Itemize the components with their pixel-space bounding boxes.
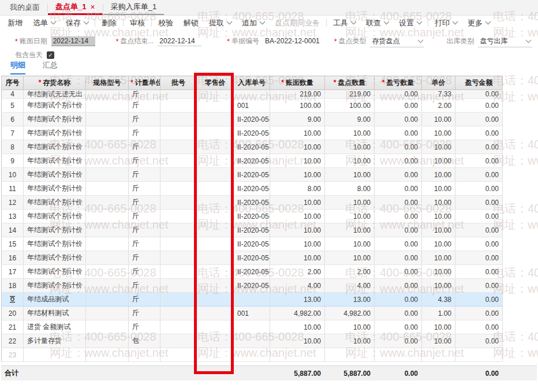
cell-diff-amount[interactable]: 0.00: [455, 320, 503, 334]
cell-inbound-doc-no[interactable]: 001: [234, 307, 270, 320]
cell-unit[interactable]: 斤: [129, 237, 160, 251]
cell-unit-price[interactable]: 10.00: [422, 237, 455, 251]
cell-retail-price[interactable]: [197, 99, 234, 113]
cell-no[interactable]: 9: [2, 154, 24, 168]
cell-diff-qty[interactable]: 0.00: [375, 223, 422, 237]
toolbar-button-9[interactable]: 盘点期间业务: [270, 18, 325, 28]
cell-inventory-name[interactable]: 年结测试个别计价: [24, 279, 86, 293]
table-row[interactable]: 16年结测试个别计价斤II-2020-05-...10.0010.000.001…: [2, 251, 503, 265]
cell-retail-price[interactable]: [197, 223, 234, 237]
cell-spec-model[interactable]: [86, 237, 129, 251]
cell-spec-model[interactable]: [86, 334, 129, 348]
cell-unit-price[interactable]: 1.00: [422, 307, 455, 320]
toolbar-button-11[interactable]: 联查: [361, 18, 394, 28]
cell-unit[interactable]: 斤: [129, 293, 160, 307]
table-row[interactable]: 年结成品测试斤13.0013.000.004.380.00: [2, 293, 503, 307]
toolbar-button-12[interactable]: 设置: [394, 18, 427, 28]
cell-book-qty[interactable]: 10.00: [270, 140, 325, 154]
cell-book-qty[interactable]: 8.00: [270, 182, 325, 196]
cell-spec-model[interactable]: [86, 113, 129, 126]
cell-inbound-doc-no[interactable]: II-2020-05-...: [234, 210, 270, 223]
cell-batch-no[interactable]: [160, 223, 197, 237]
column-header-diff-amount[interactable]: 盈亏金额: [455, 76, 503, 90]
tab-detail[interactable]: 明细: [10, 60, 25, 74]
cell-diff-qty[interactable]: 0.00: [375, 237, 422, 251]
column-header-spec-model[interactable]: 规格型号: [86, 76, 129, 90]
cell-inventory-name[interactable]: 年结测试个别计价: [24, 113, 86, 126]
cell-count-qty[interactable]: 10.00: [325, 223, 375, 237]
cell-unit[interactable]: 斤: [129, 140, 160, 154]
cell-batch-no[interactable]: [160, 168, 197, 182]
column-header-retail-price[interactable]: 零售价: [197, 76, 234, 90]
cell-spec-model[interactable]: [86, 348, 129, 362]
table-row[interactable]: 4年结测试无进无出斤219.00219.000.007.330.00: [2, 90, 503, 99]
cell-spec-model[interactable]: [86, 99, 129, 113]
cell-diff-qty[interactable]: 0.00: [375, 293, 422, 307]
toolbar-button-7[interactable]: 提取: [204, 18, 237, 28]
cell-inbound-doc-no[interactable]: II-2020-05-...: [234, 140, 270, 154]
cell-diff-amount[interactable]: 0.00: [455, 182, 503, 196]
cell-book-qty[interactable]: 10.00: [270, 223, 325, 237]
cell-no[interactable]: 15: [2, 237, 24, 251]
table-row[interactable]: 13年结测试个别计价斤II-2020-05-...10.0010.000.001…: [2, 210, 503, 223]
cell-retail-price[interactable]: [197, 251, 234, 265]
cell-unit-price[interactable]: 10.00: [422, 279, 455, 293]
cell-retail-price[interactable]: [197, 293, 234, 307]
cell-retail-price[interactable]: [197, 210, 234, 223]
cell-batch-no[interactable]: [160, 307, 197, 320]
cell-retail-price[interactable]: [197, 237, 234, 251]
cell-inventory-name[interactable]: 年结测试个别计价: [24, 168, 86, 182]
cell-inbound-doc-no[interactable]: [234, 334, 270, 348]
cell-diff-qty[interactable]: 0.00: [375, 140, 422, 154]
cell-no[interactable]: 20: [2, 307, 24, 320]
cell-diff-qty[interactable]: [375, 348, 422, 362]
cell-retail-price[interactable]: [197, 307, 234, 320]
cell-count-qty[interactable]: 219.00: [325, 90, 375, 99]
toolbar-button-10[interactable]: 工具: [328, 18, 361, 28]
cell-no[interactable]: 21: [2, 320, 24, 334]
cell-inbound-doc-no[interactable]: II-2020-05-...: [234, 196, 270, 210]
cell-unit[interactable]: 斤: [129, 279, 160, 293]
toolbar-button-1[interactable]: 选单: [28, 18, 61, 28]
cell-count-qty[interactable]: 10.00: [325, 196, 375, 210]
cell-unit-price[interactable]: 10.00: [422, 182, 455, 196]
cell-diff-amount[interactable]: [455, 348, 503, 362]
cell-spec-model[interactable]: [86, 320, 129, 334]
cell-batch-no[interactable]: [160, 348, 197, 362]
cell-diff-qty[interactable]: 0.00: [375, 196, 422, 210]
cell-inbound-doc-no[interactable]: II-2020-05-...: [234, 279, 270, 293]
column-header-unit[interactable]: *计量单位: [129, 76, 160, 90]
cell-inventory-name[interactable]: 年结材料测试: [24, 307, 86, 320]
cell-inbound-doc-no[interactable]: II-2020-05-...: [234, 265, 270, 279]
cell-diff-amount[interactable]: 0.00: [455, 113, 503, 126]
cell-diff-amount[interactable]: 0.00: [455, 307, 503, 320]
cell-batch-no[interactable]: [160, 196, 197, 210]
cell-no[interactable]: 4: [2, 90, 24, 99]
cell-unit[interactable]: 斤: [129, 265, 160, 279]
toolbar-button-8[interactable]: 追加: [237, 18, 270, 28]
cell-unit-price[interactable]: 10.00: [422, 251, 455, 265]
cell-diff-amount[interactable]: 0.00: [455, 154, 503, 168]
cell-spec-model[interactable]: [86, 293, 129, 307]
cell-spec-model[interactable]: [86, 210, 129, 223]
column-header-unit-price[interactable]: 单价: [422, 76, 455, 90]
cell-diff-qty[interactable]: 0.00: [375, 126, 422, 140]
cell-inbound-doc-no[interactable]: [234, 320, 270, 334]
cell-diff-amount[interactable]: 0.00: [455, 168, 503, 182]
cell-unit[interactable]: 斤: [129, 99, 160, 113]
cell-book-qty[interactable]: 10.00: [270, 237, 325, 251]
cell-count-qty[interactable]: 10.00: [325, 251, 375, 265]
cell-book-qty[interactable]: 10.00: [270, 334, 325, 348]
cell-batch-no[interactable]: [160, 279, 197, 293]
cell-book-qty[interactable]: [270, 348, 325, 362]
cell-diff-amount[interactable]: 0.00: [455, 140, 503, 154]
cell-spec-model[interactable]: [86, 307, 129, 320]
table-row[interactable]: 18年结测试个别计价斤II-2020-05-...4.004.000.0010.…: [2, 279, 503, 293]
cell-batch-no[interactable]: [160, 210, 197, 223]
column-header-inbound-doc-no[interactable]: 入库单号: [234, 76, 270, 90]
cell-inventory-name[interactable]: 年结测试个别计价: [24, 223, 86, 237]
cell-batch-no[interactable]: [160, 320, 197, 334]
cell-unit[interactable]: 斤: [129, 154, 160, 168]
cell-diff-qty[interactable]: 0.00: [375, 320, 422, 334]
cell-unit-price[interactable]: 10.00: [422, 210, 455, 223]
